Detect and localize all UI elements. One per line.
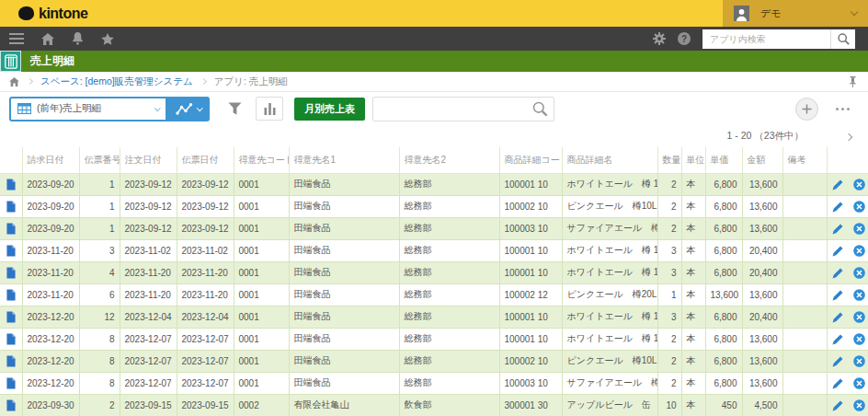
record-detail-link[interactable] bbox=[0, 239, 22, 261]
delete-record-button[interactable] bbox=[853, 311, 865, 323]
app-icon[interactable] bbox=[0, 51, 21, 72]
delete-record-button[interactable] bbox=[853, 399, 865, 411]
delete-x-icon bbox=[853, 179, 865, 191]
cell: ホワイトエール 樽 10L bbox=[562, 328, 657, 350]
filter-button[interactable] bbox=[221, 97, 248, 121]
row-actions bbox=[827, 283, 868, 306]
in-app-search-input[interactable] bbox=[702, 29, 830, 49]
portal-home-icon[interactable] bbox=[9, 77, 19, 87]
cell: 2023-12-04 bbox=[177, 306, 234, 328]
column-header-actions bbox=[827, 147, 868, 173]
column-header: 得意先名2 bbox=[399, 147, 499, 173]
next-page-button[interactable] bbox=[846, 131, 851, 142]
cell: サファイアエール 樽 10L bbox=[562, 372, 657, 394]
record-detail-link[interactable] bbox=[0, 217, 22, 239]
pin-icon[interactable] bbox=[849, 76, 857, 87]
edit-record-button[interactable] bbox=[832, 223, 844, 235]
cell: 6,800 bbox=[705, 173, 742, 195]
delete-record-button[interactable] bbox=[853, 267, 865, 279]
help-icon[interactable]: ? bbox=[678, 32, 691, 45]
cell: 田端食品 bbox=[289, 173, 399, 195]
delete-record-button[interactable] bbox=[853, 223, 865, 235]
favorites-star-icon[interactable] bbox=[101, 33, 114, 45]
record-detail-link[interactable] bbox=[0, 173, 22, 195]
cell: 2023-09-30 bbox=[22, 394, 79, 416]
record-detail-link[interactable] bbox=[0, 306, 22, 328]
breadcrumb-space-link[interactable]: スペース: [demo]販売管理システム bbox=[40, 75, 193, 88]
chart-button[interactable] bbox=[256, 97, 283, 121]
delete-record-button[interactable] bbox=[853, 355, 865, 367]
cell bbox=[782, 217, 827, 239]
options-menu-button[interactable] bbox=[834, 104, 851, 114]
cell: 0001 bbox=[234, 328, 289, 350]
delete-record-button[interactable] bbox=[853, 289, 865, 301]
delete-record-button[interactable] bbox=[853, 333, 865, 345]
cell: 3 bbox=[79, 239, 120, 261]
edit-record-button[interactable] bbox=[832, 333, 844, 345]
record-detail-link[interactable] bbox=[0, 394, 22, 416]
cell: 2023-09-20 bbox=[22, 217, 79, 239]
cell: 2023-12-20 bbox=[22, 372, 79, 394]
edit-record-button[interactable] bbox=[832, 267, 844, 279]
edit-record-button[interactable] bbox=[832, 377, 844, 389]
records-tbody: 2023-09-2012023-09-122023-09-120001田端食品総… bbox=[0, 173, 868, 416]
graph-menu-button[interactable] bbox=[167, 97, 210, 121]
settings-gear-icon[interactable] bbox=[653, 32, 666, 45]
cell: 総務部 bbox=[399, 306, 499, 328]
table-row: 2023-09-2012023-09-122023-09-120001田端食品総… bbox=[0, 217, 868, 239]
plus-icon bbox=[802, 104, 812, 114]
delete-record-button[interactable] bbox=[853, 201, 865, 213]
edit-record-button[interactable] bbox=[832, 245, 844, 257]
user-menu[interactable]: デモ bbox=[723, 0, 868, 27]
cell: 6 bbox=[79, 283, 120, 306]
hamburger-menu-icon[interactable] bbox=[9, 33, 24, 44]
record-detail-link[interactable] bbox=[0, 283, 22, 306]
cell: 総務部 bbox=[399, 195, 499, 217]
column-header: 得意先名1 bbox=[289, 147, 399, 173]
edit-record-button[interactable] bbox=[832, 311, 844, 323]
delete-record-button[interactable] bbox=[853, 179, 865, 191]
record-search-input[interactable] bbox=[373, 103, 532, 114]
cell: 13,600 bbox=[742, 173, 782, 195]
record-detail-link[interactable] bbox=[0, 372, 22, 394]
edit-record-button[interactable] bbox=[832, 399, 844, 411]
notifications-bell-icon[interactable] bbox=[72, 32, 84, 45]
kintone-logo[interactable]: kintone bbox=[18, 6, 87, 22]
delete-record-button[interactable] bbox=[853, 245, 865, 257]
delete-record-button[interactable] bbox=[853, 377, 865, 389]
cell: 10 bbox=[657, 394, 681, 416]
cell bbox=[782, 283, 827, 306]
edit-pencil-icon bbox=[832, 311, 844, 323]
edit-record-button[interactable] bbox=[832, 201, 844, 213]
edit-record-button[interactable] bbox=[832, 179, 844, 191]
cell: 2023-09-12 bbox=[177, 217, 234, 239]
edit-record-button[interactable] bbox=[832, 355, 844, 367]
record-search-button[interactable] bbox=[532, 101, 554, 117]
cell bbox=[782, 195, 827, 217]
record-detail-link[interactable] bbox=[0, 350, 22, 372]
chevron-down-icon bbox=[154, 105, 160, 110]
record-detail-link[interactable] bbox=[0, 261, 22, 283]
cell: 100001 10 bbox=[499, 173, 562, 195]
monthly-sales-report-button[interactable]: 月別売上表 bbox=[294, 98, 365, 121]
row-actions bbox=[827, 350, 868, 372]
cell: 13,600 bbox=[742, 328, 782, 350]
record-detail-link[interactable] bbox=[0, 195, 22, 217]
cell: 3 bbox=[657, 261, 681, 283]
cell: 3 bbox=[657, 239, 681, 261]
record-detail-link[interactable] bbox=[0, 328, 22, 350]
breadcrumb-separator-icon bbox=[27, 78, 33, 85]
home-icon[interactable] bbox=[41, 33, 54, 45]
record-file-icon bbox=[6, 289, 16, 301]
cell: 総務部 bbox=[399, 283, 499, 306]
global-nav-bar: ? bbox=[0, 27, 868, 51]
view-selector-dropdown[interactable]: (前年)売上明細 bbox=[9, 97, 167, 121]
add-record-button[interactable] bbox=[795, 98, 818, 121]
cell: 20,400 bbox=[742, 261, 782, 283]
view-selector-label: (前年)売上明細 bbox=[37, 102, 150, 115]
cell: 本 bbox=[681, 217, 705, 239]
cell: 450 bbox=[705, 394, 742, 416]
in-app-search-button[interactable] bbox=[830, 29, 855, 49]
edit-record-button[interactable] bbox=[832, 289, 844, 301]
cell: 1 bbox=[657, 283, 681, 306]
